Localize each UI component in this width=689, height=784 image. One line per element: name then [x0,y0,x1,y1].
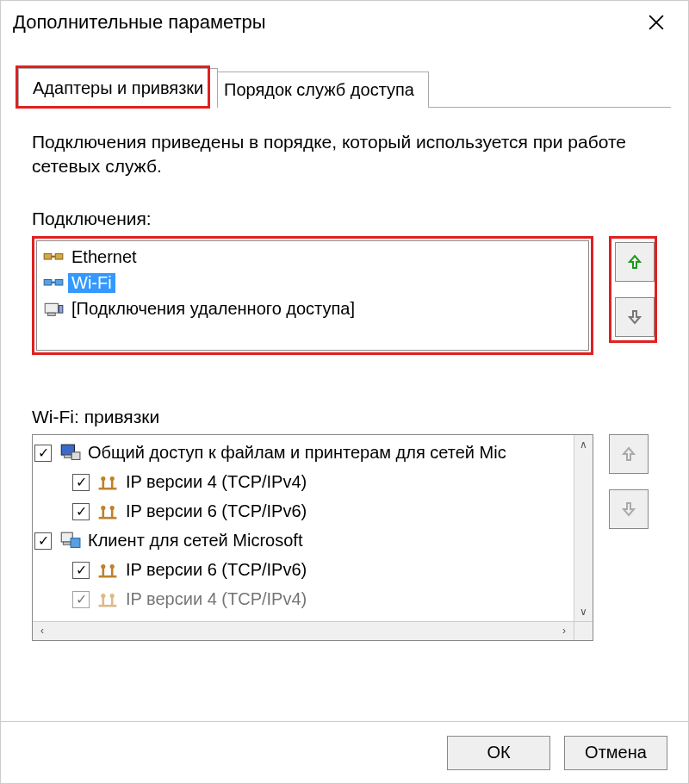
arrow-down-icon [626,308,643,326]
connections-list[interactable]: Ethernet Wi-Fi [Подключения удаленного д… [36,240,589,351]
protocol-icon [96,473,119,492]
tabs: Адаптеры и привязки Порядок служб доступ… [18,70,671,108]
scroll-left-button[interactable]: ‹ [33,622,52,640]
checkbox[interactable]: ✓ [34,532,52,550]
svg-rect-3 [55,253,63,258]
binding-item[interactable]: ✓ Общий доступ к файлам и принтерам для … [34,439,572,468]
binding-item[interactable]: ✓ IP версии 6 (TCP/IPv6) [34,556,572,585]
binding-item[interactable]: ✓ Клиент для сетей Microsoft [34,526,572,556]
svg-point-22 [101,506,105,510]
scroll-right-button[interactable]: › [555,622,574,640]
bindings-label: Wi-Fi: привязки [32,407,657,427]
scroll-up-button[interactable]: ∧ [574,435,593,454]
vertical-scrollbar[interactable]: ∧ ∨ [574,435,593,621]
binding-label: Клиент для сетей Microsoft [88,531,302,551]
ok-button[interactable]: ОК [447,736,550,770]
svg-point-35 [101,594,105,598]
svg-rect-12 [65,455,72,457]
arrow-up-icon [620,445,637,463]
tab-provider-order[interactable]: Порядок служб доступа [209,72,429,108]
move-down-button[interactable] [615,297,655,337]
move-buttons-group [609,236,657,343]
binding-label: IP версии 6 (TCP/IPv6) [126,501,307,521]
highlight-annotation: Ethernet Wi-Fi [Подключения удаленного д… [32,236,593,355]
connection-item-ethernet[interactable]: Ethernet [39,245,587,271]
tab-content: Подключения приведены в порядке, который… [1,130,688,641]
arrow-up-icon [626,253,643,271]
svg-point-23 [110,506,115,510]
connection-label: Wi-Fi [68,273,115,293]
bindings-row: ✓ Общий доступ к файлам и принтерам для … [32,434,657,641]
protocol-icon [96,561,119,580]
checkbox[interactable]: ✓ [72,503,90,520]
scroll-track[interactable] [52,622,555,640]
dialup-icon [42,300,65,319]
dialog-footer: ОК Отмена [1,721,688,783]
svg-point-18 [110,476,115,481]
svg-rect-26 [71,538,80,547]
svg-point-17 [101,476,105,481]
protocol-icon [96,590,119,609]
svg-point-30 [101,564,105,569]
ethernet-icon [42,248,65,267]
scroll-track[interactable] [574,454,593,602]
svg-rect-10 [59,305,62,313]
svg-point-36 [110,594,115,598]
svg-rect-25 [63,542,71,544]
connection-item-wifi[interactable]: Wi-Fi [39,271,587,296]
checkbox[interactable]: ✓ [72,474,90,491]
tab-label: Порядок служб доступа [224,80,414,100]
wifi-icon [42,274,65,293]
svg-rect-2 [44,253,52,258]
close-button[interactable] [636,3,676,42]
svg-rect-5 [44,279,52,284]
button-label: ОК [487,743,510,762]
svg-point-31 [110,564,115,569]
connections-label: Подключения: [32,208,657,229]
bindings-move-buttons [609,434,657,529]
close-icon [649,15,664,30]
scroll-down-button[interactable]: ∨ [574,602,593,621]
tab-label: Адаптеры и привязки [33,78,203,98]
svg-rect-13 [71,452,80,460]
binding-item[interactable]: ✓ IP версии 6 (TCP/IPv6) [34,497,572,526]
dialog-window: Дополнительные параметры Адаптеры и прив… [0,0,689,784]
binding-label: Общий доступ к файлам и принтерам для се… [88,443,506,463]
move-up-button[interactable] [609,434,649,474]
binding-item[interactable]: ✓ IP версии 4 (TCP/IPv4) [34,585,572,614]
button-label: Отмена [585,743,647,762]
svg-rect-8 [45,303,58,313]
scrollbar-corner [574,621,593,640]
move-up-button[interactable] [615,242,655,282]
bindings-inner: ✓ Общий доступ к файлам и принтерам для … [33,435,574,621]
checkbox[interactable]: ✓ [34,445,52,462]
connection-label: Ethernet [68,247,140,267]
binding-label: IP версии 4 (TCP/IPv4) [126,472,307,492]
client-icon [59,532,81,551]
arrow-down-icon [620,501,637,518]
titlebar: Дополнительные параметры [1,1,688,44]
computer-icon [59,444,81,463]
cancel-button[interactable]: Отмена [564,736,667,770]
binding-label: IP версии 6 (TCP/IPv6) [126,560,307,580]
protocol-icon [96,502,119,521]
connections-row: Ethernet Wi-Fi [Подключения удаленного д… [32,236,657,355]
svg-rect-6 [55,279,63,284]
binding-item[interactable]: ✓ IP версии 4 (TCP/IPv4) [34,468,572,497]
horizontal-scrollbar[interactable]: ‹ › [33,621,574,640]
connection-item-dialup[interactable]: [Подключения удаленного доступа] [39,296,587,322]
description-text: Подключения приведены в порядке, который… [32,130,657,179]
bindings-list[interactable]: ✓ Общий доступ к файлам и принтерам для … [32,434,593,641]
move-down-button[interactable] [609,489,649,529]
tab-adapters-bindings[interactable]: Адаптеры и привязки [18,68,218,108]
svg-rect-9 [48,313,56,315]
checkbox[interactable]: ✓ [72,562,90,579]
connection-label: [Подключения удаленного доступа] [68,299,358,319]
window-title: Дополнительные параметры [13,11,636,34]
checkbox[interactable]: ✓ [72,591,90,608]
binding-label: IP версии 4 (TCP/IPv4) [126,589,307,609]
